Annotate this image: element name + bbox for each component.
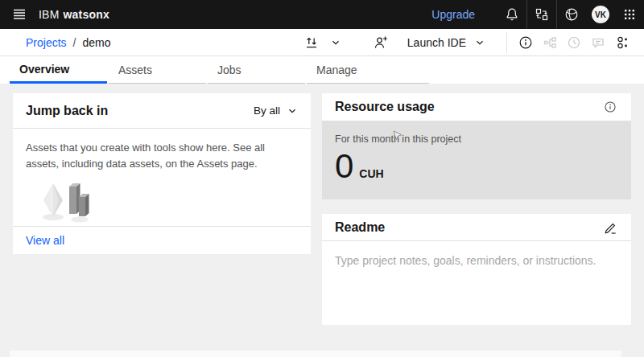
tab-overview[interactable]: Overview bbox=[10, 56, 107, 84]
members-icon bbox=[615, 35, 630, 50]
upgrade-link[interactable]: Upgrade bbox=[431, 8, 475, 21]
jump-back-in-card: Jump back in By all Assets that you crea… bbox=[13, 93, 311, 254]
resource-usage-unit: CUH bbox=[359, 167, 383, 180]
watsonx-project-page: IBMwatsonx Upgrade bbox=[0, 0, 644, 357]
tab-jobs[interactable]: Jobs bbox=[208, 56, 305, 84]
account-button[interactable]: VK bbox=[586, 0, 615, 29]
resource-usage-panel: For this month in this project 0 CUH bbox=[322, 121, 631, 199]
tab-assets[interactable]: Assets bbox=[109, 56, 206, 84]
brand-name: watsonx bbox=[64, 8, 109, 21]
transfer-button[interactable] bbox=[527, 0, 556, 29]
flow-icon bbox=[543, 35, 557, 50]
chevron-down-icon bbox=[330, 37, 341, 48]
next-section-card-edge bbox=[10, 351, 621, 357]
brand-prefix: IBM bbox=[39, 8, 60, 21]
app-switcher-icon bbox=[623, 8, 636, 21]
resource-usage-card: Resource usage For this month in this pr… bbox=[322, 93, 631, 199]
notifications-button[interactable] bbox=[497, 0, 526, 29]
info-icon bbox=[518, 35, 533, 50]
header-actions: Upgrade bbox=[431, 0, 644, 29]
menu-icon bbox=[11, 6, 27, 23]
app-switcher-button[interactable] bbox=[615, 0, 644, 29]
resource-usage-value-row: 0 CUH bbox=[335, 150, 618, 183]
resource-usage-period: For this month in this project bbox=[335, 133, 618, 145]
globe-icon bbox=[564, 6, 580, 23]
resource-usage-info-button[interactable] bbox=[602, 93, 618, 121]
resource-usage-title: Resource usage bbox=[335, 100, 435, 114]
filter-by-all-dropdown[interactable]: By all bbox=[254, 105, 298, 117]
chevron-down-icon bbox=[474, 37, 485, 48]
info-icon bbox=[604, 101, 617, 113]
readme-placeholder[interactable]: Type project notes, goals, reminders, or… bbox=[322, 241, 631, 280]
add-user-icon bbox=[373, 35, 389, 51]
tab-manage[interactable]: Manage bbox=[307, 56, 429, 84]
members-button[interactable] bbox=[610, 29, 634, 56]
view-all-link[interactable]: View all bbox=[26, 234, 64, 247]
jump-back-in-title: Jump back in bbox=[26, 104, 108, 118]
resources-button[interactable] bbox=[557, 0, 586, 29]
assets-illustration bbox=[34, 172, 111, 225]
breadcrumb: Projects / demo bbox=[26, 36, 111, 49]
flow-button bbox=[538, 29, 562, 56]
edit-pencil-icon bbox=[604, 220, 617, 234]
menu-button[interactable] bbox=[0, 0, 39, 29]
recent-activity-button bbox=[562, 29, 586, 56]
import-group bbox=[299, 29, 348, 56]
filter-by-all-label: By all bbox=[254, 105, 280, 117]
resource-usage-header: Resource usage bbox=[322, 93, 631, 121]
view-all-row: View all bbox=[13, 227, 311, 254]
readme-card: Readme Type project notes, goals, remind… bbox=[322, 214, 631, 325]
launch-ide-label: Launch IDE bbox=[407, 36, 466, 49]
bell-icon bbox=[504, 6, 520, 23]
jump-back-in-header: Jump back in By all bbox=[13, 93, 311, 129]
import-menu-button[interactable] bbox=[324, 29, 348, 56]
transfer-icon bbox=[535, 7, 549, 22]
toolbar-divider bbox=[506, 32, 507, 53]
mouse-cursor bbox=[393, 130, 402, 142]
toolbar-actions: Launch IDE bbox=[299, 29, 644, 56]
tab-bar: Overview Assets Jobs Manage bbox=[0, 56, 644, 84]
readme-title: Readme bbox=[335, 220, 385, 235]
launch-ide-button[interactable]: Launch IDE bbox=[407, 36, 485, 49]
resource-usage-value: 0 bbox=[335, 150, 353, 183]
brand: IBMwatsonx bbox=[39, 8, 109, 21]
breadcrumb-separator: / bbox=[73, 36, 76, 49]
comments-icon bbox=[591, 35, 605, 50]
project-toolbar: Projects / demo bbox=[0, 29, 644, 56]
add-collaborator-button[interactable] bbox=[369, 29, 393, 56]
jump-back-in-description: Assets that you create with tools show h… bbox=[13, 129, 296, 171]
breadcrumb-projects-link[interactable]: Projects bbox=[26, 36, 67, 49]
chevron-down-icon bbox=[287, 105, 298, 117]
readme-edit-button[interactable] bbox=[602, 214, 618, 241]
global-header: IBMwatsonx Upgrade bbox=[0, 0, 644, 29]
recent-icon bbox=[567, 35, 581, 50]
comments-button bbox=[586, 29, 610, 56]
avatar: VK bbox=[592, 6, 609, 23]
import-icon bbox=[304, 35, 319, 50]
breadcrumb-current: demo bbox=[82, 36, 110, 49]
readme-header: Readme bbox=[322, 214, 631, 241]
project-info-button[interactable] bbox=[514, 29, 538, 56]
import-button[interactable] bbox=[299, 29, 324, 56]
